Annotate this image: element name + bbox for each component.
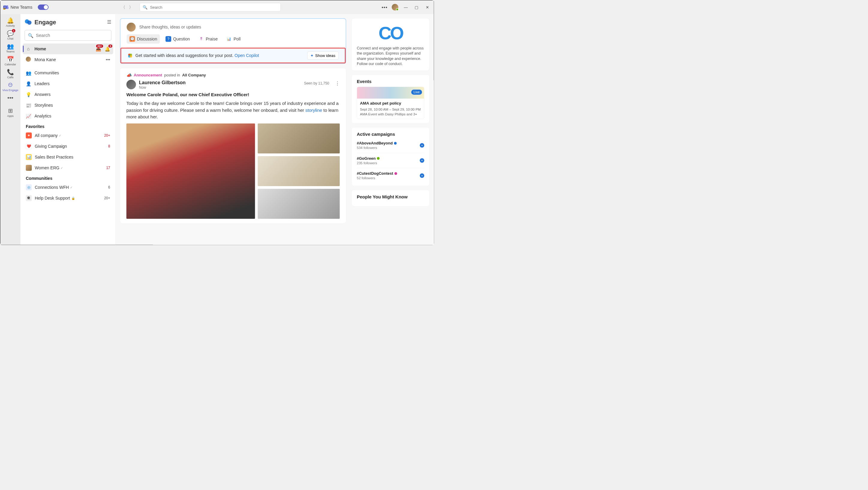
- avatar-icon: [26, 57, 31, 63]
- discussion-icon: 💬: [129, 36, 135, 42]
- community-icon: 📊: [26, 154, 32, 160]
- post-images[interactable]: [126, 124, 340, 219]
- new-teams-toggle[interactable]: [38, 4, 49, 10]
- events-card: Events Live AMA about pet policy Sept 28…: [352, 75, 430, 124]
- author-name[interactable]: Laurence Gilbertson: [139, 80, 186, 86]
- brand-text: New Teams: [10, 5, 32, 9]
- nav-back-button[interactable]: 〈: [120, 4, 126, 10]
- follow-button[interactable]: +: [420, 173, 424, 178]
- close-button[interactable]: ✕: [424, 4, 431, 10]
- post-announcement-header: 📣 Announcement posted in All Company: [126, 73, 340, 78]
- post-body: Today is the day we welcome Carole to th…: [126, 100, 340, 121]
- open-copilot-link[interactable]: Open Copilot: [235, 53, 259, 58]
- chat-badge: 1: [12, 29, 15, 32]
- post-image-3[interactable]: [258, 156, 340, 186]
- event-title: AMA about pet policy: [360, 101, 421, 106]
- fav-women-erg[interactable]: Women ERG✓ 17: [21, 162, 116, 173]
- engage-title: Engage: [34, 19, 56, 26]
- composer: Share thoughts, ideas or updates 💬 Discu…: [120, 18, 346, 64]
- svg-point-11: [130, 55, 132, 58]
- nav-forward-button[interactable]: 〉: [128, 4, 134, 10]
- post-image-4[interactable]: [258, 189, 340, 219]
- apps-icon: ⊞: [8, 107, 13, 114]
- fav-all-company[interactable]: ✦ All company✓ 20+: [21, 130, 116, 141]
- follow-button[interactable]: +: [420, 158, 424, 163]
- nav-answers[interactable]: 💡 Answers: [23, 89, 113, 100]
- svg-rect-3: [7, 7, 9, 9]
- notifications-icon[interactable]: 🔔3: [105, 46, 110, 52]
- rail-viva-engage[interactable]: Viva Engage: [2, 80, 19, 93]
- comm-connections-wfh[interactable]: ◎ Connections WFH✓ 6: [21, 182, 116, 193]
- right-rail: CO Connect and engage with people across…: [352, 18, 430, 241]
- rail-apps[interactable]: ⊞ Apps: [2, 106, 19, 119]
- rail-calendar[interactable]: 📅 Calendar: [2, 55, 19, 67]
- ellipsis-icon: •••: [7, 94, 13, 101]
- maximize-button[interactable]: ▢: [413, 4, 420, 10]
- community-icon: ◎: [26, 184, 32, 190]
- global-search-input[interactable]: [150, 5, 277, 9]
- verified-icon: ✓: [70, 186, 73, 189]
- user-avatar[interactable]: [392, 4, 399, 10]
- rail-chat[interactable]: 💬 1 Chat: [2, 29, 19, 41]
- minimize-button[interactable]: —: [403, 4, 409, 10]
- global-search[interactable]: 🔍: [140, 3, 281, 11]
- communities-header: Communities: [21, 173, 116, 182]
- tab-poll[interactable]: 📊 Poll: [223, 34, 243, 44]
- comm-help-desk[interactable]: 🛠 Help Desk Support🔒 20+: [21, 193, 116, 203]
- event-item[interactable]: Live AMA about pet policy Sept 28, 10:00…: [357, 87, 424, 119]
- lock-icon: 🔒: [71, 196, 75, 200]
- post-community-link[interactable]: All Company: [182, 73, 206, 77]
- post-image-main[interactable]: [126, 124, 255, 219]
- rail-teams[interactable]: 👥 Teams: [2, 42, 19, 54]
- campaign-item[interactable]: #AboveAndBeyond 534 followers +: [357, 139, 424, 151]
- bell-icon: 🔔: [7, 17, 14, 24]
- about-card: CO Connect and engage with people across…: [352, 18, 430, 71]
- nav-storylines[interactable]: 📰 Storylines: [23, 100, 113, 110]
- nav-analytics[interactable]: 📈 Analytics: [23, 110, 113, 121]
- nav-home[interactable]: ⌂ Home 📥20+ 🔔3: [23, 43, 113, 54]
- tab-praise[interactable]: 🎖 Praise: [195, 34, 220, 44]
- campaign-item[interactable]: #CutestDogContest 52 followers +: [357, 170, 424, 182]
- inbox-icon[interactable]: 📥20+: [96, 46, 101, 52]
- more-icon[interactable]: •••: [106, 57, 110, 62]
- nav-communities[interactable]: 👥 Communities: [23, 67, 113, 78]
- fav-sales-best-practices[interactable]: 📊 Sales Best Practices: [21, 152, 116, 162]
- hamburger-icon[interactable]: ☰: [107, 19, 112, 25]
- follow-button[interactable]: +: [420, 143, 424, 148]
- engage-search[interactable]: 🔍: [25, 30, 112, 41]
- engage-panel: Engage ☰ 🔍 ⌂ Home 📥20+ 🔔3 Mona: [21, 14, 116, 245]
- post-more-button[interactable]: ⋮: [335, 80, 340, 86]
- presence-indicator: [396, 8, 399, 11]
- author-avatar[interactable]: [126, 80, 136, 89]
- community-icon: ❤️: [26, 143, 32, 149]
- favorites-header: Favorites: [21, 121, 116, 130]
- svg-point-2: [7, 5, 8, 7]
- copilot-banner: Get started with ideas and suggestions f…: [121, 47, 346, 64]
- fav-giving-campaign[interactable]: ❤️ Giving Campaign 8: [21, 141, 116, 152]
- titlebar: TPRE New Teams 〈 〉 🔍 ••• — ▢ ✕: [0, 0, 434, 14]
- rail-activity[interactable]: 🔔 Activity: [2, 16, 19, 28]
- rail-calls[interactable]: 📞 Calls: [2, 67, 19, 80]
- post-image-2[interactable]: [258, 124, 340, 154]
- composer-input-row[interactable]: Share thoughts, ideas or updates: [127, 23, 340, 32]
- rail-more[interactable]: •••: [2, 93, 19, 102]
- verified-icon: [394, 142, 397, 144]
- campaign-item[interactable]: #GoGreen 235 followers +: [357, 155, 424, 167]
- nav-user[interactable]: Mona Kane •••: [23, 54, 113, 65]
- leaders-icon: 👤: [26, 81, 31, 86]
- user-avatar: [127, 23, 136, 32]
- more-button[interactable]: •••: [382, 4, 388, 10]
- storyline-link[interactable]: storyline: [305, 107, 322, 113]
- tab-question[interactable]: ? Question: [163, 34, 192, 44]
- engage-logo: [25, 19, 32, 26]
- copilot-text: Get started with ideas and suggestions f…: [135, 53, 259, 58]
- show-ideas-button[interactable]: ✦ Show ideas: [307, 52, 339, 60]
- copilot-icon: [128, 53, 133, 58]
- engage-search-input[interactable]: [36, 33, 108, 38]
- seen-by[interactable]: Seen by 11,750: [304, 81, 329, 86]
- community-icon: ✦: [26, 132, 32, 138]
- svg-text:PRE: PRE: [3, 8, 6, 9]
- tab-discussion[interactable]: 💬 Discussion: [127, 34, 160, 44]
- nav-leaders[interactable]: 👤 Leaders: [23, 78, 113, 89]
- verified-icon: ✓: [61, 166, 63, 170]
